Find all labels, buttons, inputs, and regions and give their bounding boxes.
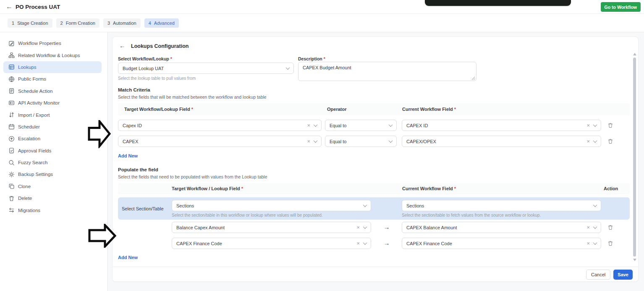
section-current-select[interactable]: Sections [402, 200, 601, 211]
tab-automation[interactable]: 3 Automation [103, 18, 141, 28]
maps-to-arrow-icon: → [381, 239, 393, 246]
sidebar-item-clone[interactable]: Clone [3, 181, 102, 192]
populate-subtitle: Select the fields that need to be popula… [118, 174, 267, 179]
go-to-workflow-button[interactable]: Go to Workflow [601, 2, 641, 12]
sidebar-item-label: Escalation [18, 136, 40, 141]
clear-icon[interactable]: × [307, 123, 310, 128]
match-criteria-row: CAPEX × Equal to CAPEX/OPEX × [118, 136, 630, 147]
sidebar-item-approval-fields[interactable]: Approval Fields [3, 145, 102, 157]
sidebar-item-migrations[interactable]: Migrations [3, 204, 102, 216]
sidebar-item-label: Import / Export [18, 113, 50, 118]
match-criteria-subtitle: Select the fields that will be matched b… [118, 94, 267, 100]
clear-icon[interactable]: × [307, 139, 310, 144]
sidebar-item-escalation[interactable]: Escalation [3, 133, 102, 144]
match-criteria-add-new-link[interactable]: Add New [118, 153, 138, 158]
cancel-button[interactable]: Cancel [586, 270, 610, 280]
scrollbar[interactable] [632, 53, 637, 261]
sidebar-item-label: Public Forms [18, 76, 46, 81]
target-field-select[interactable]: CAPEX × [118, 136, 322, 147]
sidebar-item-fuzzy-search[interactable]: Fuzzy Search [3, 157, 102, 168]
sidebar-item-public-forms[interactable]: Public Forms [3, 73, 102, 85]
advanced-sidebar: Workflow Properties Related Workflow & L… [0, 32, 108, 291]
chevron-down-icon [593, 203, 597, 207]
fuzzy-search-icon [8, 160, 15, 166]
sidebar-item-scheduler[interactable]: Scheduler [3, 121, 102, 133]
clear-icon[interactable]: × [586, 123, 590, 128]
redacted-bar [425, 0, 571, 6]
tab-form-creation[interactable]: 2 Form Creation [56, 18, 99, 28]
escalation-icon [8, 136, 15, 142]
schedule-action-icon [8, 88, 15, 94]
label-text: Select Workflow/Lookup [118, 56, 169, 61]
chevron-down-icon [363, 225, 367, 229]
current-field-select[interactable]: CAPEX Finance Code × [402, 238, 601, 249]
clear-icon[interactable]: × [586, 241, 590, 246]
sidebar-item-delete[interactable]: Delete [3, 192, 102, 204]
workflow-properties-icon [8, 40, 15, 47]
delete-row-icon[interactable] [607, 224, 613, 231]
resize-handle-icon[interactable] [471, 76, 475, 80]
scrollbar-thumb[interactable] [633, 58, 636, 257]
match-criteria-header-row: Target Workflow/Lookup Field* Operator C… [118, 103, 630, 115]
operator-select[interactable]: Equal to [325, 120, 397, 131]
chevron-down-icon [593, 123, 597, 127]
panel-title: Lookups Configuration [131, 43, 188, 49]
clear-icon[interactable]: × [356, 241, 360, 246]
tab-number: 4 [149, 21, 151, 26]
populate-add-new-link[interactable]: Add New [118, 255, 138, 260]
column-current-field: Current Workflow Field* [402, 107, 456, 112]
clear-icon[interactable]: × [356, 225, 360, 230]
sidebar-item-lookups[interactable]: Lookups [3, 61, 102, 73]
target-field-select[interactable]: CAPEX Finance Code × [172, 238, 371, 249]
current-field-select[interactable]: CAPEX/OPEX × [402, 136, 601, 147]
required-asterisk: * [170, 56, 172, 61]
save-button[interactable]: Save [613, 270, 633, 280]
column-target-field: Target Workflow/Lookup Field* [124, 107, 193, 112]
target-field-select[interactable]: Capex ID × [118, 120, 322, 131]
delete-row-icon[interactable] [607, 122, 613, 128]
sidebar-item-import-export[interactable]: Import / Export [3, 109, 102, 121]
current-field-select[interactable]: CAPEX ID × [402, 120, 601, 131]
select-value: Equal to [330, 139, 389, 144]
import-export-icon [8, 112, 15, 118]
panel-back-arrow-icon[interactable]: ← [119, 42, 126, 49]
section-target-helper: Select the section/table in this workflo… [172, 213, 323, 218]
sidebar-item-label: Lookups [18, 65, 36, 70]
current-field-select[interactable]: CAPEX Balance Amount × [402, 222, 601, 233]
top-header: ← PO Process UAT Go to Workflow [0, 0, 644, 14]
label-text: Description [298, 56, 322, 61]
delete-row-icon[interactable] [607, 138, 613, 144]
chevron-down-icon [314, 123, 318, 127]
clear-icon[interactable]: × [586, 139, 590, 144]
sidebar-item-schedule-action[interactable]: Schedule Action [3, 85, 102, 97]
tab-number: 1 [12, 21, 14, 26]
sidebar-item-api-activity-monitor[interactable]: API Activity Monitor [3, 97, 102, 109]
delete-row-icon[interactable] [607, 240, 613, 246]
operator-select[interactable]: Equal to [325, 136, 397, 147]
populate-title: Populate the field [118, 167, 158, 172]
target-field-select[interactable]: Balance Capex Amount × [172, 222, 371, 233]
sidebar-item-backup-settings[interactable]: Backup Settings [3, 168, 102, 180]
select-value: Sections [406, 203, 594, 208]
sidebar-item-label: Scheduler [18, 124, 40, 129]
tab-label: Stage Creation [17, 21, 48, 26]
description-input[interactable]: CAPEX Budget Amount [298, 62, 476, 81]
sidebar-item-workflow-properties[interactable]: Workflow Properties [3, 37, 102, 49]
scroll-up-arrow[interactable] [633, 53, 636, 55]
tab-stage-creation[interactable]: 1 Stage Creation [8, 18, 52, 28]
chevron-down-icon [314, 139, 318, 143]
scroll-down-arrow[interactable] [633, 259, 636, 261]
panel-footer: Cancel Save [113, 267, 638, 282]
related-workflow-icon [8, 52, 15, 58]
tab-advanced[interactable]: 4 Advanced [144, 18, 179, 28]
sidebar-item-related-workflow-lookups[interactable]: Related Workflow & Lookups [3, 49, 102, 61]
section-target-select[interactable]: Sections [172, 200, 371, 211]
back-arrow-icon[interactable]: ← [6, 3, 13, 10]
column-operator: Operator [327, 107, 346, 112]
delete-trash-icon [8, 195, 15, 202]
select-value: Balance Capex Amount [176, 225, 354, 230]
select-value: CAPEX Finance Code [406, 241, 584, 246]
select-value: CAPEX ID [406, 123, 584, 128]
workflow-lookup-select[interactable]: Budget Lookup UAT [118, 63, 294, 74]
clear-icon[interactable]: × [586, 225, 590, 230]
